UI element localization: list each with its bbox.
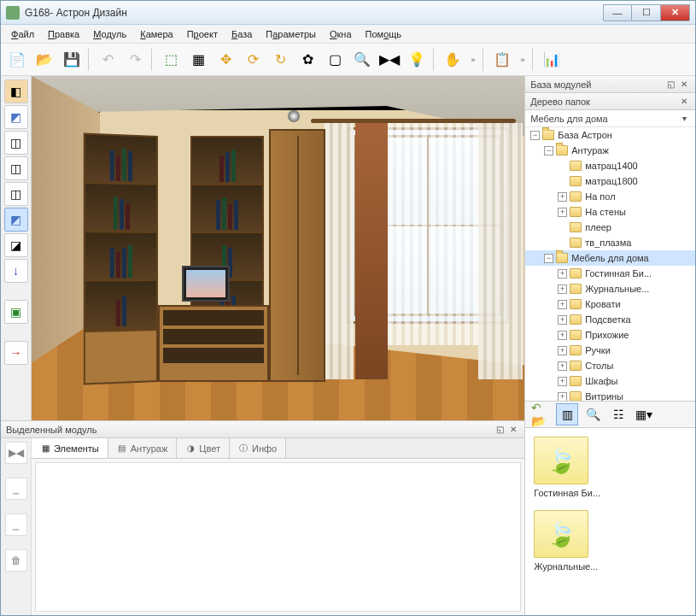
expand-icon[interactable]: +: [558, 392, 567, 402]
collapse-icon[interactable]: −: [544, 146, 553, 155]
sel-slider2-icon[interactable]: ⎯: [5, 513, 27, 536]
menu-file[interactable]: Файл: [4, 26, 41, 42]
tree-item[interactable]: тв_плазма: [525, 235, 695, 250]
tree-item[interactable]: +Витрины: [525, 389, 695, 401]
tab-info[interactable]: ⓘИнфо: [230, 438, 286, 458]
tree-item[interactable]: −Антураж: [525, 143, 695, 158]
view-shadow-icon[interactable]: ◪: [4, 233, 28, 257]
tree-item[interactable]: +Гостинная Би...: [525, 266, 695, 281]
expand-icon[interactable]: +: [558, 300, 567, 309]
view-solid-icon[interactable]: ◩: [4, 208, 28, 232]
thumb-item[interactable]: 🍃 Гостинная Би...: [534, 437, 602, 498]
new-button[interactable]: 📄: [4, 47, 30, 73]
tree-item[interactable]: +Шкафы: [525, 373, 695, 389]
panel-close-button[interactable]: ✕: [678, 96, 690, 108]
view-wire3-icon[interactable]: ◫: [4, 182, 28, 206]
tab-color[interactable]: ◑Цвет: [177, 438, 230, 458]
menu-base[interactable]: База: [225, 26, 259, 42]
maximize-button[interactable]: ☐: [632, 4, 661, 21]
tree-item[interactable]: матрац1800: [525, 173, 695, 189]
menu-params[interactable]: Параметры: [259, 26, 323, 42]
move-tool[interactable]: ✥: [213, 47, 238, 73]
folder-tree-header: Дерево папок ✕: [525, 93, 695, 110]
toolbar-more[interactable]: »: [467, 47, 479, 73]
light-tool[interactable]: 💡: [404, 47, 430, 73]
view-wire1-icon[interactable]: ◫: [4, 131, 28, 155]
tree-item[interactable]: −База Астрон: [525, 127, 695, 143]
doc-tool[interactable]: 📋: [489, 47, 515, 73]
zoom-tool[interactable]: 🔍: [349, 47, 375, 73]
sel-mirror-icon[interactable]: ▶◀: [5, 442, 27, 464]
menu-windows[interactable]: Окна: [323, 26, 359, 42]
panel-undock-button[interactable]: ◱: [664, 79, 676, 91]
thumb-item[interactable]: 🍃 Журнальные...: [534, 510, 602, 572]
dropdown-icon[interactable]: ▾: [678, 113, 690, 125]
group-tool[interactable]: ▦: [185, 47, 211, 73]
expand-icon[interactable]: +: [558, 377, 567, 386]
view-cube-icon[interactable]: ◩: [4, 105, 28, 129]
tree-item[interactable]: +Подсветка: [525, 312, 695, 327]
menu-edit[interactable]: Правка: [41, 26, 86, 42]
minimize-button[interactable]: —: [603, 4, 632, 21]
view-down-icon[interactable]: ↓: [4, 259, 28, 283]
expand-icon[interactable]: +: [558, 208, 567, 217]
window-tool[interactable]: ▢: [322, 47, 348, 73]
sel-trash-icon[interactable]: 🗑: [5, 549, 27, 572]
tab-elements[interactable]: ▦Элементы: [32, 438, 108, 458]
rotate-tool[interactable]: ↻: [267, 47, 293, 73]
rotate90-tool[interactable]: ⟳: [240, 47, 266, 73]
3d-viewport[interactable]: [32, 76, 524, 420]
tab-entourage[interactable]: ▤Антураж: [108, 438, 178, 458]
expand-icon[interactable]: +: [558, 192, 567, 202]
menu-module[interactable]: Модуль: [86, 26, 133, 42]
menu-project[interactable]: Проект: [180, 26, 225, 42]
view-wire2-icon[interactable]: ◫: [4, 156, 28, 180]
save-button[interactable]: 💾: [59, 47, 85, 73]
undo-button[interactable]: ↶: [95, 47, 120, 73]
tree-item[interactable]: +Журнальные...: [525, 281, 695, 296]
menu-camera[interactable]: Камера: [133, 26, 179, 42]
sel-slider-icon[interactable]: ⎯: [5, 478, 27, 500]
tree-item[interactable]: +На стены: [525, 204, 695, 220]
view-iso-icon[interactable]: ◧: [4, 79, 28, 103]
tree-item[interactable]: −Мебель для дома: [525, 250, 695, 266]
thumb-up-icon[interactable]: ↶📂: [530, 403, 553, 425]
titlebar[interactable]: G168- Астрон Дизайн — ☐ ✕: [1, 1, 695, 25]
tree-item[interactable]: +Столы: [525, 358, 695, 373]
tree-item[interactable]: плеер: [525, 220, 695, 235]
menu-help[interactable]: Помощь: [359, 26, 409, 42]
thumb-search-icon[interactable]: 🔍: [582, 403, 604, 425]
panel-close-button[interactable]: ✕: [678, 79, 690, 91]
view-green-icon[interactable]: ▣: [4, 300, 28, 324]
select-tool[interactable]: ⬚: [158, 47, 184, 73]
tree-item[interactable]: +Ручки: [525, 343, 695, 358]
report-tool[interactable]: 📊: [539, 47, 564, 73]
expand-icon[interactable]: +: [558, 361, 567, 371]
collapse-icon[interactable]: −: [530, 131, 540, 140]
thumb-list-icon[interactable]: ☷: [607, 403, 629, 425]
color-tool[interactable]: ✿: [295, 47, 320, 73]
folder-tree[interactable]: −База Астрон−Антуражматрац1400матрац1800…: [525, 127, 695, 401]
pan-tool[interactable]: ✋: [440, 47, 465, 73]
expand-icon[interactable]: +: [558, 269, 567, 279]
collapse-icon[interactable]: −: [544, 254, 553, 263]
tree-root-row[interactable]: Мебель для дома ▾: [525, 110, 695, 127]
close-button[interactable]: ✕: [661, 4, 690, 21]
expand-icon[interactable]: +: [558, 346, 567, 355]
tree-item[interactable]: матрац1400: [525, 158, 695, 173]
expand-icon[interactable]: +: [558, 285, 567, 294]
tree-item[interactable]: +На пол: [525, 189, 695, 204]
tree-item[interactable]: +Кровати: [525, 296, 695, 312]
open-button[interactable]: 📂: [32, 47, 57, 73]
panel-undock-button[interactable]: ◱: [494, 424, 506, 436]
view-arrow-icon[interactable]: →: [4, 341, 28, 365]
thumb-view-icon[interactable]: ▥: [556, 403, 578, 425]
panel-close-button[interactable]: ✕: [507, 424, 519, 436]
tree-item[interactable]: +Прихожие: [525, 327, 695, 343]
expand-icon[interactable]: +: [558, 331, 567, 340]
mirror-tool[interactable]: ▶◀: [377, 47, 402, 73]
toolbar-more[interactable]: »: [517, 47, 529, 73]
redo-button[interactable]: ↷: [122, 47, 148, 73]
thumb-grid-icon[interactable]: ▦▾: [633, 403, 655, 425]
expand-icon[interactable]: +: [558, 315, 567, 325]
